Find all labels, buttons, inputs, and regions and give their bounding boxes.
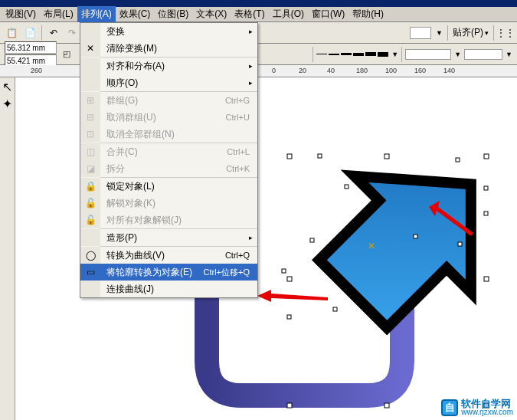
- clear-transform-icon: ✕: [80, 40, 100, 57]
- shape-tool-icon[interactable]: ✦: [2, 97, 14, 110]
- line-style-dropdown[interactable]: [405, 49, 451, 60]
- toolbar-properties: 56.312 mm 55.421 mm ◰ ▼ ▼ ▼: [0, 44, 517, 65]
- separator: [493, 25, 494, 41]
- menu-tools[interactable]: 工具(O): [269, 6, 308, 22]
- svg-rect-1: [287, 154, 292, 159]
- line-weight-selector[interactable]: [316, 52, 388, 57]
- svg-rect-14: [458, 242, 462, 246]
- svg-rect-2: [384, 154, 389, 159]
- separator: [41, 25, 42, 41]
- svg-rect-7: [384, 403, 389, 408]
- watermark: 自 软件自学网 www.rjzxw.com: [441, 399, 513, 416]
- menu-ungroup[interactable]: ⊟取消群组(U)Ctrl+U: [80, 109, 257, 126]
- menu-bar: 视图(V) 布局(L) 排列(A) 效果(C) 位图(B) 文本(X) 表格(T…: [0, 7, 517, 22]
- menu-convert-outline-to-object[interactable]: ▭将轮廓转换为对象(E)Ctrl+位移+Q: [80, 264, 257, 281]
- menu-ungroup-all[interactable]: ⊡取消全部群组(N): [80, 126, 257, 143]
- menu-clear-transform[interactable]: ✕清除变换(M): [80, 40, 257, 57]
- menu-text[interactable]: 文本(X): [192, 6, 231, 22]
- width-input[interactable]: 56.312 mm: [5, 41, 57, 54]
- paste-icon[interactable]: 📄: [23, 26, 37, 40]
- color-swatch[interactable]: [410, 27, 431, 39]
- menu-break-apart[interactable]: ◪拆分Ctrl+K: [80, 160, 257, 177]
- watermark-logo-icon: 自: [441, 399, 458, 416]
- pick-tool-icon[interactable]: ↖: [2, 80, 14, 93]
- menu-window[interactable]: 窗口(W): [308, 6, 348, 22]
- unlock-icon: 🔓: [80, 195, 100, 212]
- menu-table[interactable]: 表格(T): [231, 6, 268, 22]
- options-icon[interactable]: ⋮⋮: [499, 26, 512, 40]
- menu-help[interactable]: 帮助(H): [348, 6, 388, 22]
- svg-rect-17: [287, 315, 291, 319]
- horizontal-ruler: 260 0 20 40 180 100 160 140: [0, 65, 517, 77]
- combine-icon: ◫: [80, 143, 100, 160]
- menu-bitmap[interactable]: 位图(B): [154, 6, 192, 22]
- menu-join-curves[interactable]: 连接曲线(J): [80, 281, 257, 297]
- ungroup-all-icon: ⊡: [80, 126, 100, 143]
- group-icon: ⊞: [80, 92, 100, 109]
- menu-shaping[interactable]: 造形(P)▸: [80, 229, 257, 246]
- separator: [312, 47, 313, 62]
- outline-to-object-icon: ▭: [80, 264, 100, 281]
- arrange-dropdown-menu: 变换▸ ✕清除变换(M) 对齐和分布(A)▸ 顺序(O)▸ ⊞群组(G)Ctrl…: [80, 22, 258, 298]
- convert-curves-icon: ◯: [80, 247, 100, 264]
- menu-transform[interactable]: 变换▸: [80, 23, 257, 40]
- menu-unlock-object[interactable]: 🔓解锁对象(K): [80, 195, 257, 212]
- svg-rect-16: [333, 307, 337, 311]
- crop-icon[interactable]: ◰: [60, 48, 74, 61]
- svg-rect-13: [484, 212, 488, 215]
- dropdown-arrow-icon[interactable]: ▼: [436, 29, 443, 37]
- toolbar-main: 📋 📄 ↶ ↷ ▼ 贴齐(P) ▾ ⋮⋮: [0, 22, 517, 44]
- side-toolbar: ↖ ✦: [0, 77, 15, 420]
- svg-rect-10: [345, 185, 348, 189]
- svg-rect-6: [287, 403, 292, 408]
- svg-rect-12: [484, 186, 488, 190]
- lock-icon: 🔒: [80, 178, 100, 195]
- menu-view[interactable]: 视图(V): [2, 6, 40, 22]
- menu-group[interactable]: ⊞群组(G)Ctrl+G: [80, 92, 257, 109]
- copy-icon[interactable]: 📋: [5, 26, 18, 40]
- break-apart-icon: ◪: [80, 160, 100, 177]
- menu-unlock-all[interactable]: 🔓对所有对象解锁(J): [80, 212, 257, 228]
- svg-rect-9: [318, 154, 322, 158]
- ungroup-icon: ⊟: [80, 109, 100, 126]
- menu-align-distribute[interactable]: 对齐和分布(A)▸: [80, 57, 257, 74]
- annotation-arrow: [257, 290, 330, 308]
- svg-marker-21: [429, 201, 473, 236]
- svg-rect-19: [310, 238, 314, 242]
- menu-arrange[interactable]: 排列(A): [77, 6, 116, 22]
- svg-rect-5: [484, 277, 489, 281]
- separator: [401, 47, 402, 62]
- menu-convert-to-curves[interactable]: ◯转换为曲线(V)Ctrl+Q: [80, 247, 257, 264]
- separator: [447, 25, 448, 41]
- snap-dropdown[interactable]: 贴齐(P) ▾: [453, 26, 489, 39]
- undo-icon[interactable]: ↶: [47, 26, 61, 40]
- menu-layout[interactable]: 布局(L): [40, 6, 77, 22]
- svg-marker-20: [257, 290, 328, 302]
- redo-icon[interactable]: ↷: [65, 26, 79, 40]
- svg-rect-4: [287, 277, 292, 281]
- menu-lock-object[interactable]: 🔒锁定对象(L): [80, 178, 257, 195]
- menu-order[interactable]: 顺序(O)▸: [80, 74, 257, 91]
- svg-rect-3: [484, 154, 489, 159]
- svg-rect-18: [282, 269, 286, 273]
- center-marker: ✕: [368, 241, 375, 251]
- watermark-url: www.rjzxw.com: [461, 409, 513, 416]
- svg-rect-11: [456, 158, 460, 162]
- svg-rect-15: [414, 235, 417, 238]
- line-end-dropdown[interactable]: [464, 49, 502, 60]
- annotation-arrow: [429, 201, 475, 239]
- unlock-all-icon: 🔓: [80, 212, 100, 228]
- menu-combine[interactable]: ◫合并(C)Ctrl+L: [80, 143, 257, 160]
- menu-effects[interactable]: 效果(C): [116, 6, 155, 22]
- snap-label: 贴齐(P): [453, 26, 483, 39]
